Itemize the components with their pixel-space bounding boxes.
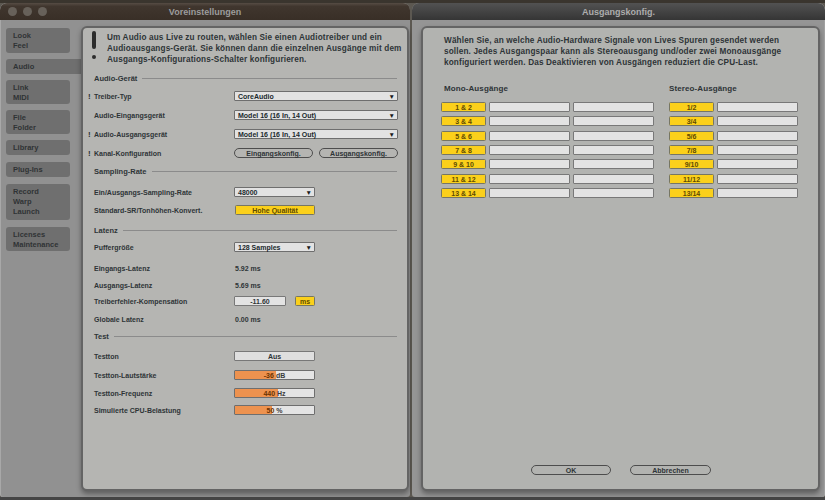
ok-button[interactable]: OK xyxy=(531,465,611,475)
mono-name-field[interactable] xyxy=(489,102,570,112)
mono-name-field[interactable] xyxy=(489,188,570,198)
audio-output-select[interactable]: Model 16 (16 In, 14 Out)▼ xyxy=(234,129,398,139)
input-latency-value: 5.92 ms xyxy=(235,265,261,272)
test-tone-row: Testton Aus xyxy=(83,351,407,361)
chevron-down-icon: ▼ xyxy=(389,130,395,139)
stereo-name-field[interactable] xyxy=(717,131,798,141)
stereo-name-field[interactable] xyxy=(717,188,798,198)
chevron-down-icon: ▼ xyxy=(306,243,312,252)
section-latency: Latenz xyxy=(94,226,118,235)
sidebar-tab-record-warp-launch[interactable]: Record Warp Launch xyxy=(6,184,70,220)
mono-name-field[interactable] xyxy=(489,116,570,126)
sidebar-tab-link-midi[interactable]: Link MIDI xyxy=(6,80,70,104)
audio-settings-panel: Um Audio aus Live zu routen, wählen Sie … xyxy=(81,26,409,491)
sidebar-tab-look-feel[interactable]: Look Feel xyxy=(6,28,70,53)
test-tone-toggle[interactable]: Aus xyxy=(234,351,315,361)
stereo-outputs-header: Stereo-Ausgänge xyxy=(669,84,737,93)
stereo-output-button[interactable]: 11/12 xyxy=(669,174,714,184)
stereo-output-button[interactable]: 3/4 xyxy=(669,116,714,126)
mono-name-field[interactable] xyxy=(489,145,570,155)
stereo-output-button[interactable]: 5/6 xyxy=(669,131,714,141)
driver-type-select[interactable]: CoreAudio▼ xyxy=(234,91,398,101)
cpu-load-slider[interactable]: 50% xyxy=(234,405,315,415)
stereo-name-field[interactable] xyxy=(717,116,798,126)
info-icon xyxy=(92,31,96,49)
preferences-window: Voreinstellungen Look Feel Audio Link MI… xyxy=(0,3,410,497)
mono-name-field[interactable] xyxy=(573,145,654,155)
mono-name-field[interactable] xyxy=(489,131,570,141)
mono-output-button[interactable]: 5 & 6 xyxy=(441,131,486,141)
sidebar-tab-plug-ins[interactable]: Plug-Ins xyxy=(6,162,70,177)
output-row-1: 1 & 2 1/2 xyxy=(423,102,818,112)
mono-name-field[interactable] xyxy=(573,159,654,169)
sidebar-tab-library[interactable]: Library xyxy=(6,140,70,155)
audio-input-select[interactable]: Model 16 (16 In, 14 Out)▼ xyxy=(234,110,398,120)
stereo-name-field[interactable] xyxy=(717,145,798,155)
dialog-titlebar[interactable]: Ausgangskonfig. xyxy=(412,3,825,20)
mono-output-button[interactable]: 3 & 4 xyxy=(441,116,486,126)
dialog-title: Ausgangskonfig. xyxy=(412,3,825,20)
tone-freq-slider[interactable]: 440Hz xyxy=(234,388,315,398)
preferences-title: Voreinstellungen xyxy=(0,3,410,20)
mono-name-field[interactable] xyxy=(573,188,654,198)
buffer-size-row: Puffergröße 128 Samples▼ xyxy=(83,242,407,252)
section-sampling-rate: Sampling-Rate xyxy=(94,167,147,176)
driver-error-input[interactable]: -11.60 xyxy=(234,296,286,306)
chevron-down-icon: ▼ xyxy=(389,92,395,101)
output-config-dialog: Ausgangskonfig. Wählen Sie, an welche Au… xyxy=(412,3,825,497)
mono-name-field[interactable] xyxy=(489,159,570,169)
high-quality-button[interactable]: Hohe Qualität xyxy=(235,205,315,215)
preferences-titlebar[interactable]: Voreinstellungen xyxy=(0,3,410,20)
cpu-load-row: Simulierte CPU-Belastung 50% xyxy=(83,405,407,415)
mono-outputs-header: Mono-Ausgänge xyxy=(444,84,508,93)
output-row-4: 7 & 8 7/8 xyxy=(423,145,818,155)
mono-name-field[interactable] xyxy=(573,116,654,126)
sr-convert-row: Standard-SR/Tonhöhen-Konvert. Hohe Quali… xyxy=(83,205,407,215)
mono-output-button[interactable]: 7 & 8 xyxy=(441,145,486,155)
audio-output-row: ! Audio-Ausgangsgerät Model 16 (16 In, 1… xyxy=(83,129,407,139)
output-config-panel: Wählen Sie, an welche Audio-Hardware Sig… xyxy=(421,26,820,491)
mono-output-button[interactable]: 13 & 14 xyxy=(441,188,486,198)
mono-name-field[interactable] xyxy=(573,131,654,141)
section-test: Test xyxy=(94,332,109,341)
stereo-name-field[interactable] xyxy=(717,159,798,169)
stereo-output-button[interactable]: 9/10 xyxy=(669,159,714,169)
sidebar-tab-file-folder[interactable]: File Folder xyxy=(6,110,70,134)
output-row-6: 11 & 12 11/12 xyxy=(423,174,818,184)
audio-input-row: Audio-Eingangsgerät Model 16 (16 In, 14 … xyxy=(83,110,407,120)
sidebar-tab-audio[interactable]: Audio xyxy=(6,59,82,74)
sample-rate-select[interactable]: 48000▼ xyxy=(234,187,315,197)
output-row-7: 13 & 14 13/14 xyxy=(423,188,818,198)
info-text: Um Audio aus Live zu routen, wählen Sie … xyxy=(107,33,407,65)
driver-type-row: ! Treiber-Typ CoreAudio▼ xyxy=(83,91,407,101)
sample-rate-row: Ein/Ausgangs-Sampling-Rate 48000▼ xyxy=(83,187,407,197)
input-latency-row: Eingangs-Latenz 5.92 ms xyxy=(83,263,407,273)
mono-name-field[interactable] xyxy=(489,174,570,184)
mono-name-field[interactable] xyxy=(573,174,654,184)
overall-latency-row: Globale Latenz 0.00 ms xyxy=(83,314,407,324)
dialog-buttons-row: OK Abbrechen xyxy=(423,465,818,475)
warning-icon: ! xyxy=(88,149,91,158)
overall-latency-value: 0.00 ms xyxy=(235,316,261,323)
mono-name-field[interactable] xyxy=(573,102,654,112)
stereo-output-button[interactable]: 7/8 xyxy=(669,145,714,155)
mono-output-button[interactable]: 1 & 2 xyxy=(441,102,486,112)
stereo-name-field[interactable] xyxy=(717,102,798,112)
driver-error-unit-button[interactable]: ms xyxy=(295,296,315,306)
channel-config-row: ! Kanal-Konfiguration Eingangskonfig. Au… xyxy=(83,148,407,158)
stereo-output-button[interactable]: 1/2 xyxy=(669,102,714,112)
stereo-name-field[interactable] xyxy=(717,174,798,184)
tone-volume-slider[interactable]: -36dB xyxy=(234,370,315,380)
stereo-output-button[interactable]: 13/14 xyxy=(669,188,714,198)
output-latency-row: Ausgangs-Latenz 5.69 ms xyxy=(83,280,407,290)
output-config-button[interactable]: Ausgangskonfig. xyxy=(319,148,398,158)
sidebar-tab-licenses-maintenance[interactable]: Licenses Maintenance xyxy=(6,227,70,251)
cancel-button[interactable]: Abbrechen xyxy=(630,465,711,475)
tone-freq-row: Testton-Frequenz 440Hz xyxy=(83,388,407,398)
buffer-size-select[interactable]: 128 Samples▼ xyxy=(234,242,315,252)
mono-output-button[interactable]: 11 & 12 xyxy=(441,174,486,184)
input-config-button[interactable]: Eingangskonfig. xyxy=(234,148,313,158)
dialog-description: Wählen Sie, an welche Audio-Hardware Sig… xyxy=(444,36,809,68)
mono-output-button[interactable]: 9 & 10 xyxy=(441,159,486,169)
output-row-3: 5 & 6 5/6 xyxy=(423,131,818,141)
